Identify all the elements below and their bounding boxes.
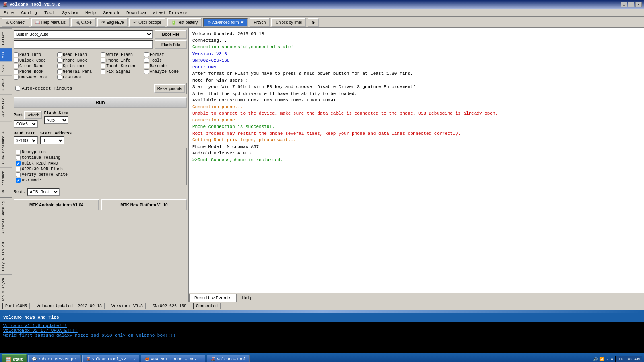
flash-opt-quick-read-nand[interactable]: Quick Read NAND bbox=[16, 161, 185, 166]
output-line: Version: V3.8 bbox=[192, 51, 641, 58]
run-button[interactable]: Run bbox=[14, 97, 187, 108]
opt-barcode[interactable]: Barcode bbox=[144, 64, 187, 68]
cable-btn[interactable]: 🔌 Cable bbox=[71, 18, 96, 27]
menu-tool[interactable]: Tool bbox=[43, 10, 56, 16]
minimize-btn[interactable]: _ bbox=[621, 2, 627, 7]
menu-config[interactable]: Config bbox=[19, 10, 39, 16]
taskbar-right: 🔊📶⚡🖥10:38 AM bbox=[593, 356, 642, 362]
vtab-detect[interactable]: Detect bbox=[0, 28, 12, 48]
windows-icon: 🪟 bbox=[6, 357, 11, 362]
vtab-sky-mstar[interactable]: SKY MSTAR bbox=[0, 95, 12, 121]
opt-fix-signal[interactable]: Fix Signal bbox=[101, 69, 143, 74]
opt-unlock-code[interactable]: Unlock Code bbox=[14, 58, 56, 63]
output-tab-help[interactable]: Help bbox=[237, 294, 258, 302]
maximize-btn[interactable]: □ bbox=[628, 2, 634, 7]
mtk-android-platform-btn[interactable]: MTK Android platform V1.04 bbox=[14, 199, 99, 210]
vtab-mtk[interactable]: MTK bbox=[0, 48, 12, 61]
vtab-st4904[interactable]: ST4904 bbox=[0, 75, 12, 95]
news-item[interactable]: World first samsung galaxy note2 spd 653… bbox=[3, 333, 641, 338]
opt-write-flash[interactable]: Write Flash bbox=[101, 52, 143, 57]
menu-system[interactable]: System bbox=[60, 10, 80, 16]
boot-file-select[interactable]: Built-in Boot_Auto bbox=[14, 30, 153, 39]
menu-help[interactable]: Help bbox=[84, 10, 97, 16]
baud-select[interactable]: 921600 bbox=[14, 136, 38, 144]
start-addr-group: Start Address 0 bbox=[40, 131, 72, 144]
menu-search[interactable]: Search bbox=[101, 10, 121, 16]
output-line: Connecting... bbox=[192, 37, 641, 44]
titlebar-controls[interactable]: _ □ ✕ bbox=[621, 2, 642, 7]
opt-format[interactable]: Format bbox=[144, 52, 187, 57]
flash-opt-usb-mode[interactable]: USB mode bbox=[16, 178, 185, 183]
eagleeye-btn[interactable]: 👁 EagleEye bbox=[97, 18, 128, 27]
root-select[interactable]: ADB_Root MTK_Root SPD_Root bbox=[27, 188, 60, 196]
advanced-form-btn[interactable]: ⚙ Advanced form ▼ bbox=[203, 18, 248, 27]
flash-opt-verify-before-write[interactable]: Verify before write bbox=[16, 172, 185, 177]
port-select[interactable]: COM5 bbox=[14, 120, 38, 128]
help-manuals-btn[interactable]: 📖 Help Manuals bbox=[31, 18, 70, 27]
start-button[interactable]: 🪟 start bbox=[2, 354, 27, 362]
taskbar-app-yahoo-messenger[interactable]: 💬Yahoo! Messenger bbox=[28, 355, 80, 362]
output-line: Available Ports:COM1 COM2 COM5 COM66 COM… bbox=[192, 97, 641, 104]
output-line: Connection phone... bbox=[192, 104, 641, 111]
flash-file-input[interactable] bbox=[14, 40, 153, 49]
opt-analyze-code[interactable]: Analyze Code bbox=[144, 69, 187, 74]
menu-download-latest-drivers[interactable]: Download Latest Drivers bbox=[125, 10, 189, 16]
opt-one-key-root[interactable]: One-Key Root bbox=[14, 75, 56, 80]
opt-general-para.[interactable]: General Para. bbox=[57, 69, 100, 74]
tray-icon: 🔊 bbox=[593, 357, 598, 362]
close-btn[interactable]: ✕ bbox=[635, 2, 642, 7]
prtscn-btn[interactable]: PrtScn bbox=[250, 18, 270, 27]
vtab-easy-flash-zte[interactable]: Easy Flash ZTE bbox=[0, 237, 12, 274]
flash-opt-6229/30-nor-flash[interactable]: 6229/30 NOR Flash bbox=[16, 167, 185, 171]
vtab-alcatel-samsung[interactable]: Alcatel Samsung bbox=[0, 197, 12, 237]
output-tab-results/events[interactable]: Results/Events bbox=[189, 294, 237, 302]
settings-btn[interactable]: ⚙ bbox=[308, 18, 319, 27]
opt-phone-info[interactable]: Phone Info bbox=[101, 58, 143, 63]
opt-read-info[interactable]: Read Info bbox=[14, 52, 56, 57]
boot-file-button[interactable]: Boot File bbox=[155, 30, 187, 39]
output-line: Note for win7 users : bbox=[192, 77, 641, 84]
autodetect-label: Auto-detect Pinouts bbox=[22, 86, 72, 91]
opt-touch-screen[interactable]: Touch Screen bbox=[101, 64, 143, 68]
opt-sp-unlock[interactable]: Sp Unlock bbox=[57, 64, 100, 68]
flash-opt-decryption[interactable]: Decryption bbox=[16, 150, 185, 154]
news-header: Volcano News And Tips bbox=[0, 313, 644, 322]
news-item[interactable]: VolcanoBox V2.1.7 UPDATE!!!! bbox=[3, 328, 641, 333]
output-line: Unable to connect to the device, make su… bbox=[192, 110, 641, 117]
test-battery-btn[interactable]: 🔋 Test battery bbox=[167, 18, 202, 27]
news-content: Volcano V2.1.8 update!!!VolcanoBox V2.1.… bbox=[0, 322, 644, 353]
opt-phone-book[interactable]: Phone Book bbox=[57, 58, 100, 63]
start-addr-select[interactable]: 0 bbox=[40, 136, 64, 144]
flash-opt-continue-reading[interactable]: Continue reading bbox=[16, 155, 185, 160]
vtab-spd[interactable]: SPD bbox=[0, 62, 12, 75]
port-group: Port Refresh COM5 bbox=[14, 111, 42, 128]
opt-read-flash[interactable]: Read Flash bbox=[57, 52, 100, 57]
connect-btn[interactable]: ⚠ Connect bbox=[2, 18, 29, 27]
opt-fastboot[interactable]: FastBoot bbox=[57, 75, 100, 80]
opt-clear-nand[interactable]: Clear Nand bbox=[14, 64, 56, 68]
reset-pinouts-btn[interactable]: Reset pinouts bbox=[154, 84, 185, 93]
vtab-3g-infineon[interactable]: 3G Infineon bbox=[0, 167, 12, 197]
menu-file[interactable]: File bbox=[2, 10, 15, 16]
right-panel: Volcano Updated: 2013-09-18Connecting...… bbox=[189, 28, 644, 302]
vtab-tools-anyka[interactable]: Tools Anyka bbox=[0, 274, 12, 302]
start-label: start bbox=[13, 357, 23, 362]
opt-tools[interactable]: Tools bbox=[144, 58, 187, 63]
vtab-cdma-coolsand-[interactable]: CDMA Coolsand &... bbox=[0, 121, 12, 167]
opt-phone-book[interactable]: Phone Book bbox=[14, 69, 56, 74]
taskbar-app-volcano-tool[interactable]: 🌋Volcano-Tool bbox=[207, 355, 250, 362]
refresh-button[interactable]: Refresh bbox=[24, 111, 42, 119]
taskbar-app-volcanotoolv232[interactable]: 🌋VolcanoTool_v2.3.2 bbox=[82, 355, 139, 362]
flash-file-button[interactable]: Flash File bbox=[155, 40, 187, 49]
flash-size-select[interactable]: Auto bbox=[44, 116, 68, 124]
flash-file-row: Flash File bbox=[14, 40, 187, 49]
taskbar-app-404-not-found---mozi[interactable]: 🦊404 Not Found - Mozi... bbox=[141, 355, 205, 362]
menubar: FileConfigToolSystemHelpSearchDownload L… bbox=[0, 9, 644, 17]
autodetect-checkbox[interactable] bbox=[15, 86, 20, 91]
news-item[interactable]: Volcano V2.1.8 update!!! bbox=[3, 323, 641, 328]
mtk-new-platform-btn[interactable]: MTK New Platform V1.10 bbox=[101, 199, 187, 210]
output-line: >>Root Success,phone is restarted. bbox=[192, 157, 641, 164]
oscilloscope-btn[interactable]: 〰 Oscilloscope bbox=[129, 18, 165, 27]
unlock-imei-btn[interactable]: Unlock by Imei bbox=[271, 18, 306, 27]
status-item-port: Port:COM5 bbox=[2, 303, 30, 309]
